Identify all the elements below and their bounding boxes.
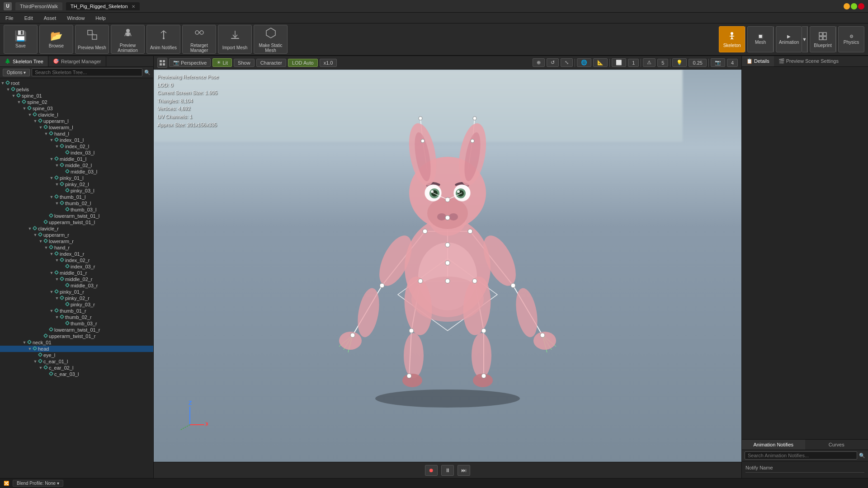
expand-icon[interactable]: ▼: [49, 195, 54, 199]
browse-button[interactable]: 📂 Browse: [39, 25, 73, 54]
save-button[interactable]: 💾 Save: [4, 25, 38, 54]
tree-item-pinky_01_r[interactable]: ▼ pinky_01_r: [0, 289, 153, 295]
tree-item-index_03_l[interactable]: index_03_l: [0, 150, 153, 156]
tree-item-hand_r[interactable]: ▼ hand_r: [0, 244, 153, 251]
anim-search-input[interactable]: [745, 451, 857, 460]
tree-item-lowerarm_l[interactable]: ▼ lowerarm_l: [0, 124, 153, 131]
tree-item-pinky_03_l[interactable]: pinky_03_l: [0, 188, 153, 194]
viewport-warn[interactable]: ⚠: [643, 58, 656, 67]
tree-item-lowerarm_r[interactable]: ▼ lowerarm_r: [0, 238, 153, 244]
tree-item-pinky_02_l[interactable]: ▼ pinky_02_l: [0, 181, 153, 188]
make-static-mesh-button[interactable]: Make Static Mesh: [254, 25, 288, 54]
menu-asset[interactable]: Asset: [42, 14, 58, 22]
expand-icon[interactable]: ▼: [54, 144, 60, 149]
expand-icon[interactable]: ▼: [27, 113, 33, 117]
tree-item-pinky_02_r[interactable]: ▼ pinky_02_r: [0, 295, 153, 301]
tab-anim-notifies[interactable]: Animation Notifies: [742, 440, 805, 450]
menu-help[interactable]: Help: [94, 14, 108, 22]
expand-icon[interactable]: ▼: [5, 87, 11, 92]
expand-icon[interactable]: ▼: [54, 201, 60, 206]
tree-item-head[interactable]: ▼ head: [0, 346, 153, 352]
lit-button[interactable]: ☀ Lit: [212, 58, 232, 67]
preview-animation-button[interactable]: Preview Animation: [111, 25, 145, 54]
pause-button[interactable]: ⏸: [441, 465, 454, 476]
show-button[interactable]: Show: [234, 59, 255, 67]
expand-icon[interactable]: ▼: [0, 81, 5, 85]
viewport-world[interactable]: 🌐: [577, 58, 591, 67]
expand-icon[interactable]: ▼: [43, 131, 49, 136]
viewport-num4[interactable]: 4: [727, 59, 738, 67]
menu-edit[interactable]: Edit: [23, 14, 35, 22]
skeleton-search-input[interactable]: [32, 68, 142, 76]
tree-item-index_02_l[interactable]: ▼ index_02_l: [0, 143, 153, 150]
mode-mesh-button[interactable]: 🔲 Mesh: [747, 26, 774, 52]
tree-item-pinky_01_l[interactable]: ▼ pinky_01_l: [0, 175, 153, 181]
tree-item-upperarm_l[interactable]: ▼ upperarm_l: [0, 118, 153, 124]
expand-icon[interactable]: ▼: [54, 315, 60, 319]
maximize-button[interactable]: [851, 3, 857, 9]
expand-icon[interactable]: ▼: [49, 290, 54, 294]
tree-item-middle_03_r[interactable]: middle_03_r: [0, 282, 153, 289]
tab-close-icon[interactable]: ✕: [132, 4, 135, 9]
multiplier-button[interactable]: x1.0: [320, 59, 337, 67]
tab-curves[interactable]: Curves: [805, 440, 868, 450]
tree-item-spine_02[interactable]: ▼ spine_02: [0, 99, 153, 105]
tree-item-pelvis[interactable]: ▼ pelvis: [0, 86, 153, 93]
viewport-grid[interactable]: ⬜: [612, 58, 626, 67]
tree-item-upperarm_r[interactable]: ▼ upperarm_r: [0, 232, 153, 238]
tree-item-spine_01[interactable]: ▼ spine_01: [0, 93, 153, 99]
expand-icon[interactable]: ▼: [33, 119, 38, 123]
expand-icon[interactable]: ▼: [49, 309, 54, 313]
viewport-surface-snap[interactable]: 📐: [593, 58, 608, 67]
tree-item-lowerarm_twist_01_l[interactable]: lowerarm_twist_01_l: [0, 213, 153, 219]
tree-item-clavicle_l[interactable]: ▼ clavicle_l: [0, 112, 153, 118]
tree-item-spine_03[interactable]: ▼ spine_03: [0, 105, 153, 112]
tree-item-thumb_01_r[interactable]: ▼ thumb_01_r: [0, 308, 153, 314]
tab-skeleton-tree[interactable]: 🌲 Skeleton Tree: [0, 56, 48, 66]
menu-file[interactable]: File: [4, 14, 15, 22]
tab-thirdpersonwalk[interactable]: ThirdPersonWalk: [15, 2, 62, 10]
expand-icon[interactable]: ▼: [27, 226, 33, 231]
viewport-canvas[interactable]: Previewing Reference Pose LOD: 0 Current…: [154, 70, 741, 462]
expand-icon[interactable]: ▼: [54, 182, 60, 187]
mode-blueprint-button[interactable]: Blueprint: [810, 26, 836, 52]
tree-item-thumb_01_l[interactable]: ▼ thumb_01_l: [0, 194, 153, 200]
tree-item-thumb_03_l[interactable]: thumb_03_l: [0, 206, 153, 213]
viewport-translate[interactable]: ⊕: [533, 58, 545, 67]
expand-icon[interactable]: ▼: [54, 163, 60, 168]
expand-icon[interactable]: ▼: [49, 138, 54, 142]
anim-search-icon[interactable]: 🔍: [859, 453, 865, 459]
expand-icon[interactable]: ▼: [49, 252, 54, 256]
tree-item-middle_01_r[interactable]: ▼ middle_01_r: [0, 270, 153, 276]
tree-item-c_ear_02_l[interactable]: ▼ c_ear_02_l: [0, 365, 153, 371]
viewport-scale[interactable]: ⤡: [561, 58, 573, 67]
tree-item-thumb_02_r[interactable]: ▼ thumb_02_r: [0, 314, 153, 320]
tab-details[interactable]: 📋 Details: [742, 56, 774, 66]
viewport-options-button[interactable]: [157, 58, 167, 68]
viewport-stat[interactable]: 5: [657, 59, 668, 67]
lod-button[interactable]: LOD Auto: [288, 59, 318, 67]
tree-item-upperarm_twist_01_l[interactable]: upperarm_twist_01_l: [0, 219, 153, 225]
expand-icon[interactable]: ▼: [49, 176, 54, 180]
import-mesh-button[interactable]: Import Mesh: [218, 25, 252, 54]
tree-item-thumb_03_r[interactable]: thumb_03_r: [0, 320, 153, 327]
expand-icon[interactable]: ▼: [16, 100, 22, 104]
expand-icon[interactable]: ▼: [54, 277, 60, 282]
mode-animation-button[interactable]: ▶ Animation: [776, 26, 802, 52]
expand-icon[interactable]: ▼: [38, 366, 43, 370]
viewport-light[interactable]: 💡: [672, 58, 687, 67]
options-dropdown-button[interactable]: Options ▾: [3, 69, 30, 76]
tree-item-index_03_r[interactable]: index_03_r: [0, 263, 153, 270]
tree-item-pinky_03_r[interactable]: pinky_03_r: [0, 301, 153, 308]
tree-item-index_02_r[interactable]: ▼ index_02_r: [0, 257, 153, 263]
step-forward-button[interactable]: ⏭: [458, 465, 470, 476]
tree-item-index_01_r[interactable]: ▼ index_01_r: [0, 251, 153, 257]
tree-item-root[interactable]: ▼ root: [0, 80, 153, 86]
expand-icon[interactable]: ▼: [38, 239, 43, 244]
search-icon[interactable]: 🔍: [144, 70, 151, 75]
close-button[interactable]: [858, 3, 864, 9]
expand-icon[interactable]: ▼: [38, 125, 43, 130]
viewport-num[interactable]: 1: [628, 59, 639, 67]
blend-profile-button[interactable]: Blend Profile: None ▾: [13, 480, 63, 487]
viewport-bloom[interactable]: 0.25: [689, 59, 706, 67]
